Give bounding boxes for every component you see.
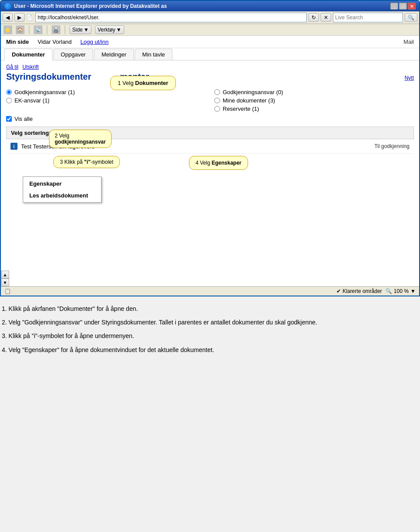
browser-window: User - Microsoft Internet Explorer provi… xyxy=(0,0,420,296)
tab-min-tavle[interactable]: Min tavle xyxy=(135,49,172,60)
print-icon[interactable]: 🖨️ xyxy=(52,25,60,34)
utskrift-link[interactable]: Utskrift xyxy=(22,64,38,70)
zone-label: Klarerte områder xyxy=(343,288,382,294)
title-bar-controls: _ □ ✕ xyxy=(390,3,416,10)
instruction-1: 1. Klikk på akrfanen "Dokumenter" for å … xyxy=(2,303,418,314)
tab-dokumenter[interactable]: Dokumenter xyxy=(4,49,52,60)
context-menu: Egenskaper Les arbeidsdokument xyxy=(23,176,102,203)
zoom-indicator: 🔍 100 % ▼ xyxy=(385,288,416,294)
verktoy-dropdown[interactable]: Verktøy ▼ xyxy=(95,25,124,34)
title-bar: User - Microsoft Internet Explorer provi… xyxy=(1,1,419,11)
side-chevron-icon: ▼ xyxy=(84,27,89,33)
toolbar-separator-3 xyxy=(65,25,65,34)
page-icon: 📄 xyxy=(26,14,33,21)
forward-button[interactable]: ▶ xyxy=(14,13,24,22)
stop-button[interactable]: ✕ xyxy=(321,13,331,22)
option-ek-ansvar: EK-ansvar (1) xyxy=(6,97,206,104)
tabs-bar: Dokumenter Oppgaver Meldinger Min tavle xyxy=(1,48,419,60)
live-search-input[interactable] xyxy=(333,13,403,22)
status-bar: 📋 ✔ Klarerte områder 🔍 100 % ▼ xyxy=(1,286,419,296)
side-label: Side xyxy=(72,27,83,33)
zoom-icon: 🔍 xyxy=(385,288,392,294)
toolbar: ⭐ 🏠 📡 🖨️ Side ▼ Verktøy ▼ xyxy=(1,24,419,36)
doc-status: Til godkjenning xyxy=(374,143,410,149)
nav-bar: ◀ ▶ 📄 ↻ ✕ 🔍 xyxy=(1,11,419,24)
verktoy-chevron-icon: ▼ xyxy=(116,27,122,33)
toolbar-separator-2 xyxy=(47,25,47,34)
zone-checkmark-icon: ✔ xyxy=(336,288,341,294)
section-title-text: Styringsdokumenter xyxy=(6,72,91,81)
toolbar-separator-1 xyxy=(29,25,29,34)
callout-2: 2 Velggodkjenningsansvar xyxy=(49,130,112,148)
callout-1-text: 1 Velg Dokumenter xyxy=(118,80,168,86)
radio-ek-ansvar[interactable] xyxy=(6,98,12,103)
rss-icon[interactable]: 📡 xyxy=(34,25,42,34)
callout-3: 3 Klikk på "i"-symbolet xyxy=(53,156,120,168)
page-header: Min side Vidar Vorland Logg ut/inn Mail xyxy=(1,36,419,48)
radio-reserverte[interactable] xyxy=(214,106,220,112)
tab-oppgaver[interactable]: Oppgaver xyxy=(53,49,93,60)
address-input[interactable] xyxy=(35,13,307,22)
scrollbar: ▲ ▼ xyxy=(1,271,9,286)
verktoy-label: Verktøy xyxy=(98,27,116,33)
side-dropdown[interactable]: Side ▼ xyxy=(70,25,91,34)
zone-indicator: ✔ Klarerte områder xyxy=(336,288,382,294)
options-grid: Godkjenningsansvar (1) Godkjenningsansva… xyxy=(6,89,414,112)
favorites-icon[interactable]: ⭐ xyxy=(4,25,12,34)
vis-alle-row: Vis alle xyxy=(6,116,414,122)
doc-info-icon[interactable]: i xyxy=(10,143,18,150)
option-label-1: Godkjenningsansvar (1) xyxy=(14,89,75,95)
option-label-4: Mine dokumenter (3) xyxy=(223,97,275,104)
callout-3-text: 3 Klikk på "i"-symbolet xyxy=(60,159,113,165)
sorting-label: Velg sortering: xyxy=(11,130,51,136)
search-button[interactable]: 🔍 xyxy=(405,13,417,22)
refresh-button[interactable]: ↻ xyxy=(308,13,319,22)
vis-alle-label: Vis alle xyxy=(14,116,33,122)
ga-til-link[interactable]: Gå til xyxy=(6,64,18,70)
radio-godkjenningsansvar-0[interactable] xyxy=(214,89,220,95)
nytt-link[interactable]: Nytt xyxy=(405,75,414,81)
status-icon: 📋 xyxy=(4,288,11,294)
back-button[interactable]: ◀ xyxy=(3,13,13,22)
minimize-button[interactable]: _ xyxy=(390,3,398,10)
option-mine-dokumenter: Mine dokumenter (3) xyxy=(214,97,414,104)
logout-link[interactable]: Logg ut/inn xyxy=(80,39,108,45)
scroll-up-button[interactable]: ▲ xyxy=(1,271,9,278)
context-menu-egenskaper[interactable]: Egenskaper xyxy=(23,178,101,190)
mail-link[interactable]: Mail xyxy=(403,39,414,45)
window-title: User - Microsoft Internet Explorer provi… xyxy=(14,3,167,9)
option-empty xyxy=(6,106,206,112)
vis-alle-checkbox[interactable] xyxy=(6,116,12,122)
callout-4-text: 4 Velg Egenskaper xyxy=(196,160,242,166)
instruction-3: 3. Klikk på "i"-symbolet for å åpne unde… xyxy=(2,331,418,342)
radio-mine-dokumenter[interactable] xyxy=(214,98,220,103)
maximize-button[interactable]: □ xyxy=(399,3,407,10)
scroll-down-button[interactable]: ▼ xyxy=(1,278,9,286)
status-left: 📋 xyxy=(4,288,11,294)
callout-1: 1 Velg Dokumenter xyxy=(110,76,176,90)
instruction-2: 2. Velg "Godkjenningsansvar" under Styri… xyxy=(2,317,418,328)
context-menu-les[interactable]: Les arbeidsdokument xyxy=(23,190,101,201)
status-right: ✔ Klarerte områder 🔍 100 % ▼ xyxy=(336,288,416,294)
option-label-2: Godkjenningsansvar (0) xyxy=(223,89,283,95)
address-bar: 📄 ↻ ✕ xyxy=(26,13,331,22)
zoom-chevron-icon: ▼ xyxy=(410,288,416,294)
option-label-5: Reserverte (1) xyxy=(223,106,259,112)
instruction-4: 4. Velg "Egenskaper" for å åpne dokument… xyxy=(2,345,418,356)
radio-godkjenningsansvar-1[interactable] xyxy=(6,89,12,95)
title-bar-left: User - Microsoft Internet Explorer provi… xyxy=(4,3,167,10)
close-button[interactable]: ✕ xyxy=(408,3,416,10)
ie-icon xyxy=(4,3,11,10)
breadcrumb: Gå til Utskrift xyxy=(6,64,414,70)
callout-4: 4 Velg Egenskaper xyxy=(189,156,248,170)
option-reserverte: Reserverte (1) xyxy=(214,106,414,112)
page-header-left: Min side Vidar Vorland Logg ut/inn xyxy=(6,39,108,45)
option-godkjenningsansvar-0: Godkjenningsansvar (0) xyxy=(214,89,414,95)
content-area: Min side Vidar Vorland Logg ut/inn Mail … xyxy=(1,36,419,296)
option-godkjenningsansvar-1: Godkjenningsansvar (1) xyxy=(6,89,206,95)
home-icon[interactable]: 🏠 xyxy=(16,25,24,34)
option-label-3: EK-ansvar (1) xyxy=(14,97,49,104)
tab-meldinger[interactable]: Meldinger xyxy=(94,49,134,60)
main-content: Gå til Utskrift Styringsdokumenter mente… xyxy=(1,60,419,271)
instructions-section: 1. Klikk på akrfanen "Dokumenter" for å … xyxy=(0,296,420,365)
